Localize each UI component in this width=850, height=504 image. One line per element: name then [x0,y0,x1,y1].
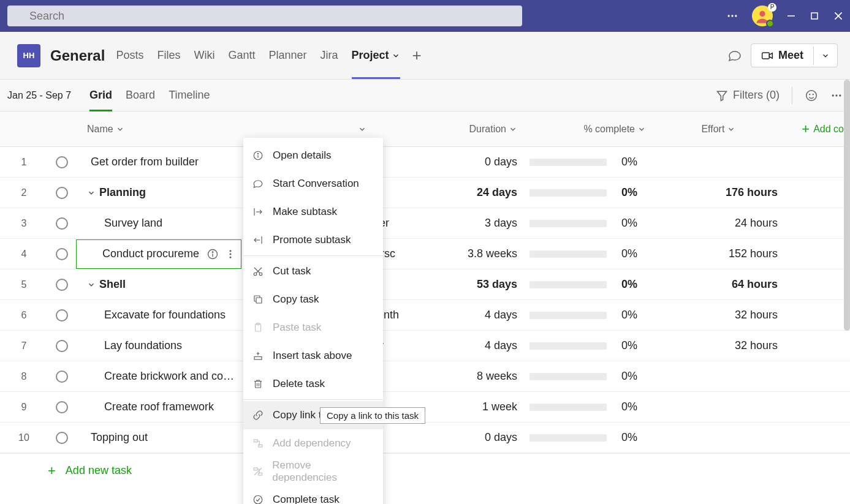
kebab-icon[interactable] [225,249,236,260]
selected-task-cell[interactable]: Conduct procureme [76,239,241,269]
header-name[interactable]: Name [87,124,358,135]
smiley-icon[interactable] [805,89,818,102]
menu-item-complete-task[interactable]: Complete task [243,486,383,504]
view-grid[interactable]: Grid [89,80,112,111]
duration-cell[interactable]: 1 week [419,401,529,413]
menu-item-make-subtask[interactable]: Make subtask [243,198,383,226]
add-new-task[interactable]: + Add new task [0,453,850,487]
more-icon[interactable] [830,89,843,102]
filters-button[interactable]: Filters (0) [716,89,780,102]
meet-button-main[interactable]: Meet [751,44,813,67]
tab-project[interactable]: Project [352,32,400,79]
menu-item-copy-task[interactable]: Copy task [243,285,383,314]
menu-item-promote-subtask[interactable]: Promote subtask [243,226,383,254]
task-row[interactable]: 2Planning24 days0%176 hours [0,178,850,208]
progress-cell[interactable]: 0% [529,156,670,168]
complete-circle[interactable] [56,401,68,413]
complete-circle[interactable] [56,248,68,260]
progress-cell[interactable]: 0% [529,278,670,291]
svg-point-15 [813,94,813,94]
tab-gantt[interactable]: Gantt [228,32,255,79]
complete-circle[interactable] [56,340,68,352]
meet-label: Meet [778,49,803,62]
add-column-button[interactable]: + Add co [802,121,850,137]
tab-wiki[interactable]: Wiki [194,32,214,79]
complete-circle[interactable] [56,370,68,383]
progress-cell[interactable]: 0% [529,186,670,199]
task-row[interactable]: 5Shell53 days0%64 hours [0,269,850,300]
team-badge[interactable]: HH [17,44,40,67]
duration-cell[interactable]: 3 days [419,217,529,230]
task-row[interactable]: 8Create brickwork and co…8 weeks0% [0,361,850,392]
filters-label: Filters (0) [733,89,780,102]
effort-cell[interactable]: 32 hours [670,339,850,352]
meet-button-split[interactable] [813,47,837,65]
add-new-task-label: Add new task [66,464,132,477]
menu-item-insert-task-above[interactable]: Insert task above [243,342,383,370]
chat-icon[interactable] [727,48,742,63]
scrollbar[interactable] [844,80,850,331]
row-checkbox [48,432,76,444]
tab-files[interactable]: Files [157,32,180,79]
svg-rect-44 [254,440,257,442]
progress-cell[interactable]: 0% [529,370,670,383]
avatar[interactable]: P [752,6,773,26]
complete-circle[interactable] [56,187,68,199]
duration-cell[interactable]: 4 days [419,309,529,322]
progress-cell[interactable]: 0% [529,401,670,413]
progress-cell[interactable]: 0% [529,217,670,230]
duration-cell[interactable]: 3.8 weeks [419,247,529,260]
effort-cell[interactable]: 152 hours [670,247,850,260]
header-duration[interactable]: Duration [419,124,517,135]
more-icon[interactable] [726,10,738,22]
window-minimize-button[interactable] [786,11,796,21]
search-input[interactable] [7,6,522,26]
duration-cell[interactable]: 53 days [419,278,529,291]
window-close-button[interactable] [833,10,844,21]
progress-cell[interactable]: 0% [529,309,670,322]
duration-cell[interactable]: 0 days [419,156,529,168]
effort-cell[interactable]: 64 hours [670,278,850,291]
header-complete[interactable]: % complete [583,124,646,135]
separator [792,87,792,104]
progress-cell[interactable]: 0% [529,247,670,260]
progress-cell[interactable]: 0% [529,431,670,444]
info-icon[interactable] [207,248,219,260]
complete-circle[interactable] [56,279,68,291]
task-row[interactable]: 10Topping out0 days0% [0,423,850,453]
tab-planner[interactable]: Planner [268,32,306,79]
duration-cell[interactable]: 0 days [419,431,529,444]
complete-circle[interactable] [56,156,68,168]
duration-cell[interactable]: 8 weeks [419,370,529,383]
add-tab-button[interactable]: + [412,46,422,65]
expand-caret-icon[interactable] [87,189,96,197]
effort-cell[interactable]: 32 hours [670,309,850,322]
view-timeline[interactable]: Timeline [169,80,210,111]
duration-cell[interactable]: 4 days [419,339,529,352]
menu-item-label: Remove dependencies [272,459,374,484]
effort-cell[interactable]: 24 hours [670,217,850,230]
duration-cell[interactable]: 24 days [419,186,529,199]
task-row[interactable]: 4Conduct procuremePetersc3.8 weeks0%152 … [0,239,850,269]
menu-item-start-conversation[interactable]: Start Conversation [243,170,383,198]
tab-posts[interactable]: Posts [116,32,143,79]
complete-circle[interactable] [56,309,68,322]
window-maximize-button[interactable] [810,11,819,21]
complete-circle[interactable] [56,432,68,444]
tab-jira[interactable]: Jira [321,32,338,79]
header-effort[interactable]: Effort [670,124,735,135]
header-assigned[interactable] [358,125,419,134]
menu-item-cut-task[interactable]: Cut task [243,257,383,285]
complete-circle[interactable] [56,217,68,230]
menu-item-open-details[interactable]: Open details [243,141,383,170]
view-board[interactable]: Board [126,80,155,111]
task-row[interactable]: 3Survey landFoster3 days0%24 hours [0,208,850,239]
task-row[interactable]: 1Get order from builder0 days0% [0,147,850,178]
task-name: Create brickwork and co… [104,370,234,383]
progress-cell[interactable]: 0% [529,339,670,352]
effort-cell[interactable]: 176 hours [670,186,850,199]
menu-item-delete-task[interactable]: Delete task [243,370,383,398]
task-row[interactable]: 6Excavate for foundationsRosenth4 days0%… [0,300,850,331]
expand-caret-icon[interactable] [87,280,96,289]
task-row[interactable]: 7Lay foundationsurner4 days0%32 hours [0,331,850,361]
